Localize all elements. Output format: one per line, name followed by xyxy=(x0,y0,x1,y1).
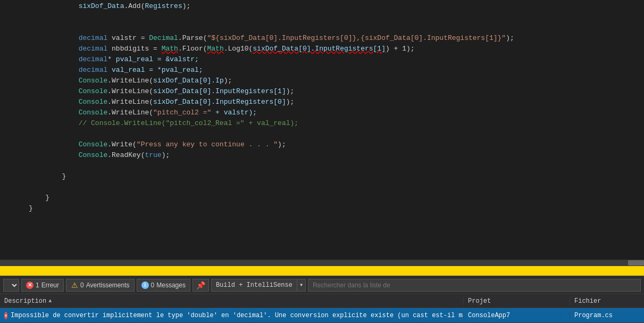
code-line: sixDof_Data.Add(Registres); xyxy=(0,2,644,13)
code-line: decimal nbbdigits = Math.Floor(Math.Log1… xyxy=(0,45,644,55)
scrollbar-thumb[interactable] xyxy=(628,260,644,266)
line-content: } xyxy=(27,204,644,212)
token: Decimal xyxy=(149,34,178,42)
token: .WriteLine( xyxy=(107,87,153,95)
code-line xyxy=(0,183,644,194)
token: .WriteLine( xyxy=(107,98,153,106)
token: sixDof_Data[0].InputRegisters[1] xyxy=(153,87,286,95)
code-line: Console.WriteLine("pitch_col2 =" + valst… xyxy=(0,109,644,119)
code-line: Console.WriteLine(sixDof_Data[0].InputRe… xyxy=(0,98,644,109)
token: Console xyxy=(79,109,108,117)
token: ) + 1); xyxy=(386,45,415,53)
token: Math xyxy=(162,45,178,53)
code-line xyxy=(0,162,644,172)
project-label: Projet xyxy=(468,297,491,305)
token: "${ xyxy=(207,34,219,42)
token: .Add( xyxy=(124,2,145,10)
token: sixDof_Data[0].InputRegisters[0] xyxy=(153,98,286,106)
file-label: Fichier xyxy=(574,297,601,305)
line-content: decimal val_real = *pval_real; xyxy=(27,66,644,74)
search-input[interactable] xyxy=(308,279,641,292)
project-column-header[interactable]: Projet xyxy=(463,297,570,305)
pin-icon: 📌 xyxy=(196,281,205,289)
error-filter-button[interactable]: ✕ 1 Erreur xyxy=(21,279,64,292)
token: decimal xyxy=(79,55,108,63)
token: // Console.WriteLine("pitch_col2_Real ="… xyxy=(79,119,298,127)
sort-arrow-icon: ▲ xyxy=(48,298,52,304)
token: "pitch_col2 =" xyxy=(153,109,211,117)
token: val_real = *pval_real; xyxy=(107,66,203,74)
error-text: Impossible de convertir implicitement le… xyxy=(11,312,463,319)
error-label: Erreur xyxy=(41,281,59,289)
info-icon: i xyxy=(141,281,149,289)
message-filter-button[interactable]: i 0 Messages xyxy=(137,279,190,292)
line-content: Console.ReadKey(true); xyxy=(27,151,644,159)
token: sixDof_Data[0].Ip xyxy=(153,77,224,85)
code-line: Console.WriteLine(sixDof_Data[0].Ip); xyxy=(0,77,644,87)
error-row[interactable]: ✕Impossible de convertir implicitement l… xyxy=(0,308,644,323)
token: } xyxy=(45,194,49,202)
token: Console xyxy=(79,87,108,95)
line-content: } xyxy=(27,172,644,180)
line-content: Console.Write("Press any key to continue… xyxy=(27,140,644,148)
file-column-header[interactable]: Fichier xyxy=(570,297,644,305)
token: "Press any key to continue . . . " xyxy=(137,140,278,148)
line-content: Console.WriteLine("pitch_col2 =" + valst… xyxy=(27,109,644,117)
warning-filter-button[interactable]: ⚠ 0 Avertissements xyxy=(66,279,135,292)
token: Console xyxy=(79,140,108,148)
code-line: Console.Write("Press any key to continue… xyxy=(0,140,644,151)
code-line xyxy=(0,23,644,34)
chevron-down-icon: ▾ xyxy=(297,279,305,291)
build-filter-dropdown[interactable]: Build + IntelliSense ▾ xyxy=(211,279,306,292)
error-row-icon: ✕ xyxy=(4,312,7,319)
line-content: decimal nbbdigits = Math.Floor(Math.Log1… xyxy=(27,45,644,53)
token: Console xyxy=(79,151,108,159)
message-count: 0 xyxy=(151,281,155,289)
code-line: // Console.WriteLine("pitch_col2_Real ="… xyxy=(0,119,644,130)
error-count: 1 xyxy=(36,281,39,289)
code-editor[interactable]: sixDof_Data.Add(Registres); decimal vals… xyxy=(0,0,644,260)
code-line: Console.ReadKey(true); xyxy=(0,151,644,162)
code-line: } xyxy=(0,204,644,215)
line-content: decimal valstr = Decimal.Parse("${sixDof… xyxy=(27,34,644,42)
token: sixDof_Data[0].InputRegisters[0] xyxy=(220,34,353,42)
code-line xyxy=(0,13,644,23)
token: decimal xyxy=(79,45,108,53)
token: .Write( xyxy=(107,140,137,148)
code-line: decimal valstr = Decimal.Parse("${sixDof… xyxy=(0,34,644,45)
token: sixDof_Data xyxy=(79,2,124,10)
token: ); xyxy=(286,87,295,95)
pin-button[interactable]: 📌 xyxy=(193,279,209,292)
code-line: } xyxy=(0,194,644,204)
token: ); xyxy=(506,34,514,42)
yellow-separator xyxy=(0,266,644,276)
token: + valstr); xyxy=(211,109,257,117)
message-label: Messages xyxy=(156,281,186,289)
description-column-header[interactable]: Description ▲ xyxy=(0,297,463,305)
error-file: Program.cs xyxy=(570,312,644,319)
filter-dropdown[interactable] xyxy=(3,279,19,292)
code-line: Console.WriteLine(sixDof_Data[0].InputRe… xyxy=(0,87,644,98)
token: .WriteLine( xyxy=(107,109,153,117)
token: ); xyxy=(286,98,295,106)
line-content: Console.WriteLine(sixDof_Data[0].Ip); xyxy=(27,77,644,85)
error-rows-container: ✕Impossible de convertir implicitement l… xyxy=(0,308,644,323)
token: decimal xyxy=(79,34,108,42)
code-line: } xyxy=(0,172,644,183)
line-content: decimal* pval_real = &valstr; xyxy=(27,55,644,63)
token: * pval_real = &valstr; xyxy=(107,55,199,63)
code-line: decimal val_real = *pval_real; xyxy=(0,66,644,77)
token: .Floor( xyxy=(178,45,207,53)
column-headers: Description ▲ Projet Fichier xyxy=(0,294,644,308)
error-list-panel: ✕ 1 Erreur ⚠ 0 Avertissements i 0 Messag… xyxy=(0,276,644,323)
error-icon: ✕ xyxy=(26,281,34,289)
token: } xyxy=(29,204,33,212)
token: valstr = xyxy=(107,34,149,42)
token: sixDof_Data[0].InputRegisters[1] xyxy=(253,45,386,53)
code-line xyxy=(0,130,644,140)
token: nbbdigits = xyxy=(107,45,161,53)
horizontal-scrollbar[interactable] xyxy=(0,260,644,266)
line-content: Console.WriteLine(sixDof_Data[0].InputRe… xyxy=(27,87,644,95)
token: decimal xyxy=(79,66,108,74)
description-label: Description xyxy=(4,297,46,305)
